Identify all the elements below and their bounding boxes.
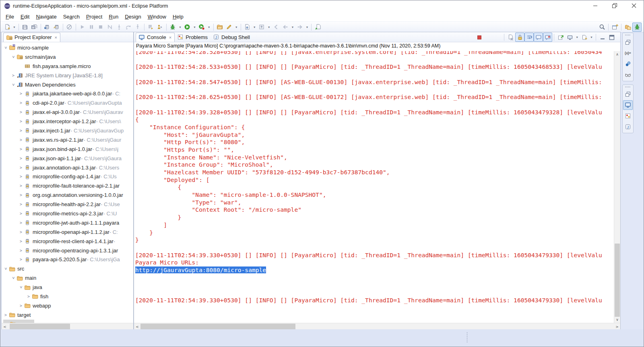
tree-item-microprofile-rest-client-api-1-4-1-jar[interactable]: >microprofile-rest-client-api-1.4.1.jar … (2, 237, 133, 246)
chevron-right-icon[interactable]: > (19, 174, 23, 179)
tree-item-payara-api-5-2020-5-jar[interactable]: >payara-api-5.2020.5.jar - C:\Users\jGa (2, 255, 133, 264)
tree-item-java[interactable]: >java (2, 283, 133, 292)
skip-breakpoints-icon[interactable] (65, 23, 74, 32)
chevron-down-icon[interactable]: > (11, 276, 16, 281)
scrollbar-thumb[interactable] (10, 324, 70, 330)
resume-icon[interactable] (78, 23, 87, 32)
chevron-right-icon[interactable]: > (19, 147, 23, 151)
relaunch-icon[interactable] (155, 23, 165, 32)
dropdown-arrow-icon[interactable]: ▼ (192, 26, 197, 29)
restore-pane-icon[interactable] (623, 89, 633, 99)
menu-search[interactable]: Search (60, 12, 83, 21)
tree-item-fish-payara-sample-micro[interactable]: fish.payara.sample.micro (2, 62, 133, 71)
dropdown-arrow-icon[interactable]: ▼ (290, 26, 295, 29)
menu-window[interactable]: Window (144, 12, 169, 21)
console-output-area[interactable]: [2020-11-11T02:54:28.528+0530] [] [INFO]… (134, 51, 620, 323)
menu-file[interactable]: File (2, 12, 17, 21)
tree-item-javax-interceptor-api-1-2-jar[interactable]: >javax.interceptor-api-1.2.jar - C:\User… (2, 117, 133, 126)
run-icon[interactable] (183, 23, 192, 32)
tree-item-src-main-java[interactable]: >src/main/java (2, 52, 133, 62)
word-wrap-icon[interactable] (524, 33, 534, 42)
annotate-icon[interactable] (225, 23, 234, 32)
tree-item-cdi-api-2-0-jar[interactable]: >cdi-api-2.0.jar - C:\Users\jGauravGupta (2, 98, 133, 107)
chevron-right-icon[interactable]: > (19, 193, 23, 197)
show-next-edit-icon[interactable] (146, 23, 155, 32)
terminate-icon[interactable] (96, 23, 105, 32)
show-stderr-icon[interactable] (543, 33, 552, 42)
display-console-icon[interactable] (565, 33, 574, 42)
scroll-left-icon[interactable]: < (134, 325, 140, 329)
tree-item-microprofile-jwt-auth-api-1-1-1-payara[interactable]: >microprofile-jwt-auth-api-1.1.1.payara (2, 218, 133, 227)
dropdown-arrow-icon[interactable]: ▼ (589, 36, 594, 39)
chevron-right-icon[interactable]: > (19, 248, 23, 253)
chevron-right-icon[interactable]: > (19, 165, 23, 170)
variables-icon[interactable]: (x)= (623, 48, 633, 58)
chevron-right-icon[interactable]: > (19, 184, 23, 188)
tree-item-partial[interactable] (2, 320, 133, 323)
suspend-icon[interactable] (87, 23, 96, 32)
tree-item-micro-sample[interactable]: >micro-sample (2, 43, 133, 52)
chevron-right-icon[interactable]: > (26, 294, 31, 299)
step-return-icon[interactable] (133, 23, 142, 32)
scrollbar-thumb[interactable] (615, 244, 620, 317)
debugshell-view-icon[interactable]: J (623, 122, 633, 132)
chevron-right-icon[interactable]: > (19, 239, 23, 244)
minimize-view-icon[interactable] (598, 33, 607, 42)
problems-view-icon[interactable] (623, 111, 633, 121)
tab-problems[interactable]: Problems (175, 33, 211, 42)
chevron-right-icon[interactable]: > (3, 313, 8, 317)
chevron-right-icon[interactable]: > (19, 156, 23, 161)
tree-item-microprofile-fault-tolerance-api-2-1-jar[interactable]: >microprofile-fault-tolerance-api-2.1.ja… (2, 181, 133, 190)
tree-item-microprofile-openapi-api-1-1-2-jar[interactable]: >microprofile-openapi-api-1.1.2.jar - C: (2, 227, 133, 237)
back-history-icon[interactable] (272, 23, 281, 32)
drag-handle-icon[interactable]: •••• (623, 33, 633, 36)
close-button[interactable] (624, 0, 644, 12)
jar-refresh-icon[interactable] (52, 23, 61, 32)
drag-handle-icon[interactable]: •••• (623, 85, 633, 88)
show-stdout-icon[interactable] (534, 33, 543, 42)
chevron-right-icon[interactable]: > (19, 101, 23, 105)
dropdown-arrow-icon[interactable]: ▼ (178, 26, 183, 29)
dropdown-arrow-icon[interactable]: ▼ (266, 26, 272, 29)
maximize-view-icon[interactable] (607, 33, 616, 42)
forward-icon[interactable] (295, 23, 305, 32)
chevron-down-icon[interactable]: > (11, 82, 16, 87)
tab-debug-shell[interactable]: JDebug Shell (211, 33, 253, 42)
chevron-right-icon[interactable]: > (19, 202, 23, 207)
menu-navigate[interactable]: Navigate (33, 12, 60, 21)
save-all-icon[interactable] (30, 23, 39, 32)
scroll-down-icon[interactable]: ∨ (614, 318, 620, 322)
scroll-lock-icon[interactable] (515, 33, 524, 42)
scroll-up-icon[interactable]: ∧ (614, 52, 620, 56)
tree-item-javax-annotation-api-1-3-jar[interactable]: >javax.annotation-api-1.3.jar - C:\Users (2, 163, 133, 172)
menu-run[interactable]: Run (105, 12, 122, 21)
expressions-icon[interactable] (623, 70, 633, 80)
restore-button[interactable] (605, 0, 624, 12)
tree-item-fish[interactable]: >fish (2, 292, 133, 301)
step-over-icon[interactable] (124, 23, 133, 32)
console-view-icon[interactable] (623, 100, 633, 110)
coverage-icon[interactable] (197, 23, 206, 32)
scrollbar-thumb[interactable] (140, 324, 295, 330)
tree-item-javax-json-bind-api-1-0-jar[interactable]: >javax.json.bind-api-1.0.jar - C:\Users\… (2, 145, 133, 154)
open-console-icon[interactable] (580, 33, 589, 42)
tree-item-javax-el-api-3-0-0-jar[interactable]: >javax.el-api-3.0.0.jar - C:\Users\jGaur… (2, 107, 133, 117)
chevron-right-icon[interactable]: > (19, 304, 23, 308)
pin-editor-icon[interactable] (313, 23, 322, 32)
checkin-icon[interactable] (243, 23, 252, 32)
chevron-right-icon[interactable]: > (19, 138, 23, 142)
tree-item-microprofile-config-api-1-4-jar[interactable]: >microprofile-config-api-1.4.jar - C:\Us (2, 172, 133, 181)
remove-all-icon[interactable] (493, 33, 502, 42)
tree-item-src[interactable]: >src (2, 264, 133, 273)
dropdown-arrow-icon[interactable]: ▼ (206, 26, 212, 29)
tree-item-microprofile-health-api-2-2-jar[interactable]: >microprofile-health-api-2.2.jar - C:\Us… (2, 200, 133, 209)
chevron-right-icon[interactable]: > (19, 230, 23, 234)
tab-console[interactable]: Console× (136, 33, 175, 42)
menu-project[interactable]: Project (83, 12, 105, 21)
tree-item-target[interactable]: >target (2, 310, 133, 320)
dropdown-arrow-icon[interactable]: ▼ (305, 26, 310, 29)
chevron-right-icon[interactable]: > (19, 211, 23, 216)
chevron-right-icon[interactable]: > (11, 73, 16, 78)
restore-pane-icon[interactable] (623, 37, 633, 47)
tree-item-javax-inject-1-jar[interactable]: >javax.inject-1.jar - C:\Users\jGauravGu… (2, 126, 133, 135)
